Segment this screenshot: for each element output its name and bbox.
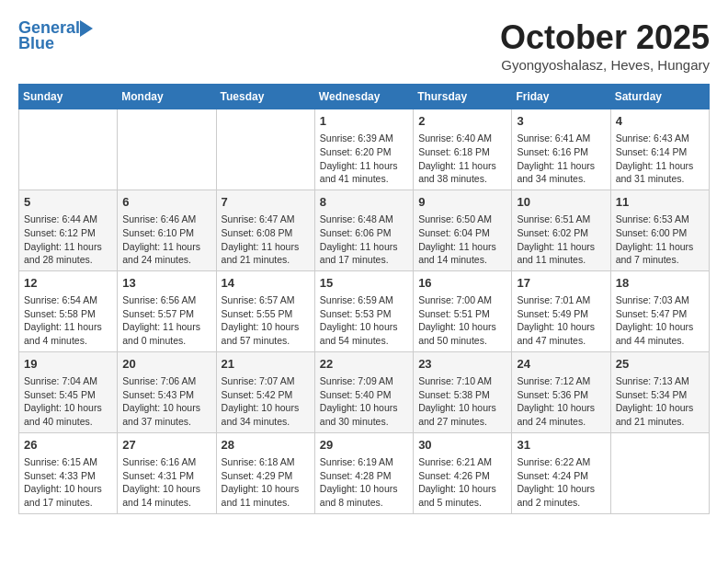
day-number: 17	[517, 275, 605, 292]
day-info: Sunrise: 6:21 AM Sunset: 4:26 PM Dayligh…	[418, 455, 506, 510]
logo-arrow-icon	[80, 20, 100, 37]
calendar-table: SundayMondayTuesdayWednesdayThursdayFrid…	[18, 84, 710, 514]
calendar-week-row: 19Sunrise: 7:04 AM Sunset: 5:45 PM Dayli…	[19, 351, 710, 432]
calendar-day-cell: 10Sunrise: 6:51 AM Sunset: 6:02 PM Dayli…	[512, 190, 610, 270]
day-info: Sunrise: 7:07 AM Sunset: 5:42 PM Dayligh…	[222, 374, 310, 429]
day-number: 19	[24, 356, 112, 373]
calendar-day-cell: 28Sunrise: 6:18 AM Sunset: 4:29 PM Dayli…	[216, 432, 314, 513]
calendar-day-cell: 31Sunrise: 6:22 AM Sunset: 4:24 PM Dayli…	[512, 432, 610, 513]
calendar-day-cell: 11Sunrise: 6:53 AM Sunset: 6:00 PM Dayli…	[610, 190, 709, 270]
day-number: 6	[122, 194, 210, 211]
day-number: 11	[616, 194, 704, 211]
weekday-header-friday: Friday	[512, 85, 610, 109]
day-info: Sunrise: 7:10 AM Sunset: 5:38 PM Dayligh…	[418, 374, 506, 429]
day-info: Sunrise: 7:00 AM Sunset: 5:51 PM Dayligh…	[418, 293, 506, 348]
calendar-day-cell: 6Sunrise: 6:46 AM Sunset: 6:10 PM Daylig…	[118, 190, 216, 270]
day-number: 31	[517, 437, 605, 454]
weekday-header-thursday: Thursday	[414, 85, 512, 109]
day-info: Sunrise: 6:51 AM Sunset: 6:02 PM Dayligh…	[517, 213, 605, 267]
calendar-day-cell	[216, 109, 314, 190]
calendar-day-cell: 29Sunrise: 6:19 AM Sunset: 4:28 PM Dayli…	[314, 432, 413, 513]
day-number: 1	[320, 113, 408, 130]
day-number: 21	[222, 356, 310, 373]
calendar-day-cell: 1Sunrise: 6:39 AM Sunset: 6:20 PM Daylig…	[314, 109, 413, 190]
calendar-day-cell: 20Sunrise: 7:06 AM Sunset: 5:43 PM Dayli…	[118, 351, 216, 432]
day-info: Sunrise: 7:06 AM Sunset: 5:43 PM Dayligh…	[122, 374, 210, 429]
day-info: Sunrise: 6:44 AM Sunset: 6:12 PM Dayligh…	[24, 213, 112, 267]
calendar-day-cell: 14Sunrise: 6:57 AM Sunset: 5:55 PM Dayli…	[216, 270, 314, 351]
day-number: 20	[122, 356, 210, 373]
calendar-day-cell: 9Sunrise: 6:50 AM Sunset: 6:04 PM Daylig…	[414, 190, 512, 270]
day-info: Sunrise: 6:16 AM Sunset: 4:31 PM Dayligh…	[122, 455, 210, 510]
day-info: Sunrise: 6:18 AM Sunset: 4:29 PM Dayligh…	[222, 455, 310, 510]
day-number: 26	[24, 437, 112, 454]
day-info: Sunrise: 7:13 AM Sunset: 5:34 PM Dayligh…	[616, 374, 704, 429]
calendar-day-cell: 30Sunrise: 6:21 AM Sunset: 4:26 PM Dayli…	[414, 432, 512, 513]
calendar-day-cell: 24Sunrise: 7:12 AM Sunset: 5:36 PM Dayli…	[512, 351, 610, 432]
day-number: 23	[418, 356, 506, 373]
day-info: Sunrise: 6:41 AM Sunset: 6:16 PM Dayligh…	[517, 132, 605, 186]
day-info: Sunrise: 6:39 AM Sunset: 6:20 PM Dayligh…	[320, 132, 408, 186]
day-number: 13	[122, 275, 210, 292]
day-info: Sunrise: 7:09 AM Sunset: 5:40 PM Dayligh…	[320, 374, 408, 429]
weekday-header-saturday: Saturday	[610, 85, 709, 109]
calendar-day-cell: 27Sunrise: 6:16 AM Sunset: 4:31 PM Dayli…	[118, 432, 216, 513]
subtitle: Gyongyoshalasz, Heves, Hungary	[500, 57, 710, 73]
day-number: 10	[517, 194, 605, 211]
day-info: Sunrise: 6:48 AM Sunset: 6:06 PM Dayligh…	[320, 213, 408, 267]
weekday-header-wednesday: Wednesday	[314, 85, 413, 109]
day-info: Sunrise: 6:22 AM Sunset: 4:24 PM Dayligh…	[517, 455, 605, 510]
calendar-day-cell: 2Sunrise: 6:40 AM Sunset: 6:18 PM Daylig…	[414, 109, 512, 190]
calendar-header-row: SundayMondayTuesdayWednesdayThursdayFrid…	[19, 85, 710, 109]
calendar-week-row: 5Sunrise: 6:44 AM Sunset: 6:12 PM Daylig…	[19, 190, 710, 270]
calendar-day-cell: 12Sunrise: 6:54 AM Sunset: 5:58 PM Dayli…	[19, 270, 118, 351]
calendar-day-cell	[19, 109, 118, 190]
calendar-day-cell: 23Sunrise: 7:10 AM Sunset: 5:38 PM Dayli…	[414, 351, 512, 432]
calendar-day-cell: 15Sunrise: 6:59 AM Sunset: 5:53 PM Dayli…	[314, 270, 413, 351]
day-info: Sunrise: 6:43 AM Sunset: 6:14 PM Dayligh…	[616, 132, 704, 186]
calendar-day-cell	[118, 109, 216, 190]
day-number: 9	[418, 194, 506, 211]
calendar-day-cell: 17Sunrise: 7:01 AM Sunset: 5:49 PM Dayli…	[512, 270, 610, 351]
calendar-day-cell: 25Sunrise: 7:13 AM Sunset: 5:34 PM Dayli…	[610, 351, 709, 432]
day-info: Sunrise: 6:40 AM Sunset: 6:18 PM Dayligh…	[418, 132, 506, 186]
title-block: October 2025 Gyongyoshalasz, Heves, Hung…	[500, 18, 710, 80]
weekday-header-monday: Monday	[118, 85, 216, 109]
day-number: 14	[222, 275, 310, 292]
calendar-day-cell: 18Sunrise: 7:03 AM Sunset: 5:47 PM Dayli…	[610, 270, 709, 351]
day-info: Sunrise: 7:12 AM Sunset: 5:36 PM Dayligh…	[517, 374, 605, 429]
calendar-day-cell: 21Sunrise: 7:07 AM Sunset: 5:42 PM Dayli…	[216, 351, 314, 432]
day-info: Sunrise: 6:57 AM Sunset: 5:55 PM Dayligh…	[222, 293, 310, 348]
day-number: 25	[616, 356, 704, 373]
calendar-week-row: 1Sunrise: 6:39 AM Sunset: 6:20 PM Daylig…	[19, 109, 710, 190]
svg-marker-0	[80, 20, 93, 37]
day-number: 18	[616, 275, 704, 292]
month-title: October 2025	[500, 18, 710, 57]
day-number: 29	[320, 437, 408, 454]
calendar-day-cell: 7Sunrise: 6:47 AM Sunset: 6:08 PM Daylig…	[216, 190, 314, 270]
day-info: Sunrise: 6:19 AM Sunset: 4:28 PM Dayligh…	[320, 455, 408, 510]
calendar-day-cell: 16Sunrise: 7:00 AM Sunset: 5:51 PM Dayli…	[414, 270, 512, 351]
day-info: Sunrise: 6:59 AM Sunset: 5:53 PM Dayligh…	[320, 293, 408, 348]
day-info: Sunrise: 6:47 AM Sunset: 6:08 PM Dayligh…	[222, 213, 310, 267]
calendar-day-cell: 5Sunrise: 6:44 AM Sunset: 6:12 PM Daylig…	[19, 190, 118, 270]
day-number: 15	[320, 275, 408, 292]
calendar-day-cell: 26Sunrise: 6:15 AM Sunset: 4:33 PM Dayli…	[19, 432, 118, 513]
weekday-header-sunday: Sunday	[19, 85, 118, 109]
calendar-day-cell: 8Sunrise: 6:48 AM Sunset: 6:06 PM Daylig…	[314, 190, 413, 270]
day-number: 2	[418, 113, 506, 130]
calendar-week-row: 26Sunrise: 6:15 AM Sunset: 4:33 PM Dayli…	[19, 432, 710, 513]
calendar-day-cell: 22Sunrise: 7:09 AM Sunset: 5:40 PM Dayli…	[314, 351, 413, 432]
logo-blue: Blue	[18, 34, 54, 53]
day-number: 4	[616, 113, 704, 130]
page-header: General Blue October 2025 Gyongyoshalasz…	[18, 18, 710, 80]
day-number: 7	[222, 194, 310, 211]
day-info: Sunrise: 6:50 AM Sunset: 6:04 PM Dayligh…	[418, 213, 506, 267]
day-number: 16	[418, 275, 506, 292]
day-info: Sunrise: 6:56 AM Sunset: 5:57 PM Dayligh…	[122, 293, 210, 348]
day-info: Sunrise: 7:03 AM Sunset: 5:47 PM Dayligh…	[616, 293, 704, 348]
day-number: 30	[418, 437, 506, 454]
calendar-day-cell	[610, 432, 709, 513]
weekday-header-tuesday: Tuesday	[216, 85, 314, 109]
day-number: 28	[222, 437, 310, 454]
